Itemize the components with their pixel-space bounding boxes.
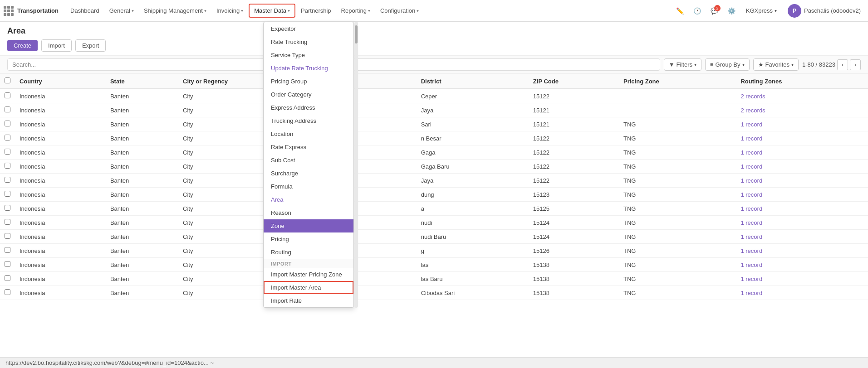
table-row[interactable]: Indonesia Banten City Tangerang Jaya 151… <box>0 174 868 188</box>
favorites-button[interactable]: ★ Favorites ▾ <box>753 58 799 71</box>
row-checkbox[interactable] <box>0 89 15 103</box>
cell-country: Indonesia <box>15 244 106 258</box>
nav-item-shipping-management[interactable]: Shipping Management ▾ <box>139 5 211 17</box>
row-checkbox[interactable] <box>0 160 15 174</box>
grid-icon[interactable] <box>4 6 14 16</box>
nav-item-reporting[interactable]: Reporting ▾ <box>337 5 375 17</box>
cell-zip: 15122 <box>529 89 619 103</box>
cell-zip: 15138 <box>529 286 619 300</box>
nav-item-dashboard[interactable]: Dashboard <box>66 5 104 17</box>
table-row[interactable]: Indonesia Banten City Tangerang nudi Bar… <box>0 230 868 244</box>
row-checkbox[interactable] <box>0 117 15 131</box>
row-checkbox[interactable] <box>0 216 15 230</box>
table-row[interactable]: Indonesia Banten City Tangerang Jaya 151… <box>0 103 868 117</box>
select-all-checkbox[interactable] <box>0 74 15 89</box>
menu-item-pricing-group[interactable]: Pricing Group <box>264 75 353 88</box>
prev-page-button[interactable]: ‹ <box>837 59 848 70</box>
row-checkbox[interactable] <box>0 244 15 258</box>
groupby-button[interactable]: ≡ Group By ▾ <box>705 58 750 71</box>
table-row[interactable]: Indonesia Banten City Tangerang dung 151… <box>0 188 868 202</box>
menu-item-surcharge[interactable]: Surcharge <box>264 167 353 180</box>
menu-item-update-rate-trucking[interactable]: Update Rate Trucking <box>264 62 353 75</box>
cell-country: Indonesia <box>15 216 106 230</box>
next-page-button[interactable]: › <box>850 59 861 70</box>
chevron-down-icon: ▾ <box>132 8 134 13</box>
table-row[interactable]: Indonesia Banten City Tangerang n Besar … <box>0 131 868 145</box>
chat-icon-btn[interactable]: 💬 2 <box>708 4 721 18</box>
table-row[interactable]: Indonesia Banten City Cibodas Cibodas Sa… <box>0 286 868 300</box>
menu-item-service-type[interactable]: Service Type <box>264 48 353 62</box>
menu-item-rate-trucking[interactable]: Rate Trucking <box>264 35 353 48</box>
menu-item-reason[interactable]: Reason <box>264 206 353 219</box>
create-button[interactable]: Create <box>7 40 38 51</box>
table-row[interactable]: Indonesia Banten City Tangerang a 15125 … <box>0 202 868 216</box>
filters-button[interactable]: ▼ Filters ▾ <box>664 58 701 71</box>
cell-routing-zones: 1 record <box>736 216 868 230</box>
scrollbar-thumb[interactable] <box>355 25 358 44</box>
row-checkbox[interactable] <box>0 145 15 160</box>
cell-country: Indonesia <box>15 286 106 300</box>
menu-item-import-master-pricing-zone[interactable]: Import Master Pricing Zone <box>264 268 353 281</box>
menu-item-area[interactable]: Area <box>264 193 353 206</box>
nav-item-master-data[interactable]: Master Data ▾ <box>249 4 295 18</box>
cell-zip: 15122 <box>529 145 619 160</box>
row-checkbox[interactable] <box>0 188 15 202</box>
menu-item-import-master-area[interactable]: Import Master Area <box>264 281 353 294</box>
row-checkbox[interactable] <box>0 258 15 272</box>
menu-item-rate-express[interactable]: Rate Express <box>264 140 353 154</box>
row-checkbox[interactable] <box>0 174 15 188</box>
row-checkbox[interactable] <box>0 202 15 216</box>
cell-district: Cibodas Sari <box>417 286 529 300</box>
menu-item-zone[interactable]: Zone <box>264 219 353 232</box>
nav-item-configuration[interactable]: Configuration ▾ <box>376 5 423 17</box>
cell-district: Jaya <box>417 174 529 188</box>
menu-item-expeditor[interactable]: Expeditor <box>264 22 353 35</box>
nav-item-general[interactable]: General ▾ <box>105 5 138 17</box>
menu-item-trucking-address[interactable]: Trucking Address <box>264 114 353 127</box>
table-row[interactable]: Indonesia Banten City Tangerang Sari 151… <box>0 117 868 131</box>
menu-item-routing[interactable]: Routing <box>264 246 353 259</box>
cell-routing-zones: 2 records <box>736 103 868 117</box>
kgxpress-btn[interactable]: KGXpress ▾ <box>742 5 780 16</box>
clock-icon-btn[interactable]: 🕐 <box>691 4 704 18</box>
table-row[interactable]: Indonesia Banten City Tangerang Gaga 151… <box>0 145 868 160</box>
page-title: Area <box>7 26 861 36</box>
dropdown-scrollbar[interactable] <box>354 22 358 308</box>
nav-item-partnership[interactable]: Partnership <box>296 5 335 17</box>
row-checkbox[interactable] <box>0 103 15 117</box>
table-row[interactable]: Indonesia Banten City Tangerang las Baru… <box>0 272 868 286</box>
export-button[interactable]: Export <box>75 39 106 52</box>
row-checkbox[interactable] <box>0 230 15 244</box>
user-btn[interactable]: P Paschalis (odoodev2) <box>784 2 864 19</box>
edit-icon-btn[interactable]: ✏️ <box>673 4 687 18</box>
cell-routing-zones: 1 record <box>736 188 868 202</box>
cell-zip: 15123 <box>529 188 619 202</box>
table-row[interactable]: Indonesia Banten City Tangerang Gaga Bar… <box>0 160 868 174</box>
user-label: Paschalis (odoodev2) <box>804 7 861 14</box>
row-checkbox[interactable] <box>0 272 15 286</box>
import-button[interactable]: Import <box>41 39 72 52</box>
menu-item-import-rate[interactable]: Import Rate <box>264 294 353 307</box>
table-row[interactable]: Indonesia Banten City Tangerang las 1513… <box>0 258 868 272</box>
chevron-down-icon: ▾ <box>694 62 696 67</box>
cell-country: Indonesia <box>15 258 106 272</box>
cell-pricing-zone: TNG <box>619 145 736 160</box>
menu-item-order-category[interactable]: Order Category <box>264 88 353 101</box>
cell-zip: 15125 <box>529 202 619 216</box>
app-brand: Transportation <box>4 6 59 16</box>
menu-item-formula[interactable]: Formula <box>264 180 353 193</box>
table-row[interactable]: Indonesia Banten City Tangerang Ceper 15… <box>0 89 868 103</box>
cell-pricing-zone: TNG <box>619 131 736 145</box>
menu-item-sub-cost[interactable]: Sub Cost <box>264 154 353 167</box>
row-checkbox[interactable] <box>0 286 15 300</box>
chevron-down-icon: ▾ <box>241 8 243 13</box>
menu-item-pricing[interactable]: Pricing <box>264 232 353 246</box>
cell-routing-zones: 2 records <box>736 89 868 103</box>
row-checkbox[interactable] <box>0 131 15 145</box>
apps-icon-btn[interactable]: ⚙️ <box>725 4 739 18</box>
table-row[interactable]: Indonesia Banten City Tangerang nudi 151… <box>0 216 868 230</box>
nav-item-invoicing[interactable]: Invoicing ▾ <box>212 5 248 17</box>
table-row[interactable]: Indonesia Banten City Tangerang g 15126 … <box>0 244 868 258</box>
menu-item-express-address[interactable]: Express Address <box>264 101 353 114</box>
menu-item-location[interactable]: Location <box>264 127 353 140</box>
